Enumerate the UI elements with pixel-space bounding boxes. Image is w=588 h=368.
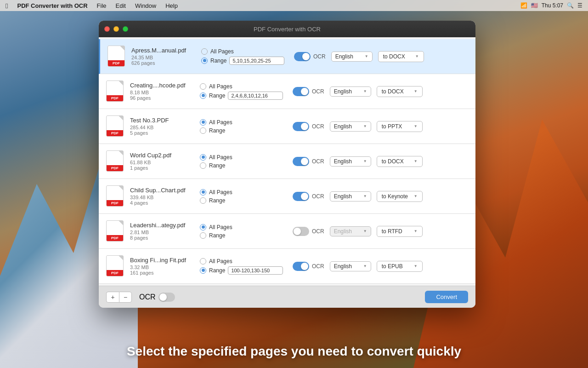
- file-name: Apress.M...anual.pdf: [131, 47, 196, 54]
- ocr-toggle-thumb: [301, 123, 308, 130]
- language-dropdown[interactable]: English ▼: [330, 156, 371, 167]
- ocr-section: OCR: [293, 157, 324, 166]
- range-radio[interactable]: [200, 197, 206, 204]
- language-dropdown-arrow: ▼: [363, 229, 367, 233]
- range-input[interactable]: [229, 57, 284, 65]
- range-label: Range: [210, 58, 226, 64]
- language-value: English: [335, 53, 353, 60]
- file-size: 339.48 KB: [130, 195, 194, 200]
- menubar-file[interactable]: File: [93, 0, 110, 11]
- range-input[interactable]: [228, 92, 283, 100]
- ocr-toggle-thumb: [301, 88, 308, 95]
- file-pages: 626 pages: [131, 60, 196, 66]
- menubar-help[interactable]: Help: [162, 0, 181, 11]
- page-options: All Pages Range: [200, 189, 287, 204]
- language-dropdown[interactable]: English ▼: [330, 261, 371, 271]
- file-size: 8.18 MB: [130, 90, 194, 95]
- language-dropdown[interactable]: English ▼: [331, 52, 373, 62]
- list-icon[interactable]: ☰: [577, 2, 582, 9]
- file-info: Leadershi...ategy.pdf 2.81 MB 8 pages: [130, 222, 194, 241]
- menubar-window[interactable]: Window: [131, 0, 160, 11]
- range-label: Range: [209, 127, 225, 134]
- range-radio[interactable]: [200, 267, 206, 274]
- format-dropdown[interactable]: to PPTX ▼: [377, 121, 423, 132]
- all-pages-radio[interactable]: [200, 224, 206, 230]
- language-value: English: [334, 158, 352, 165]
- remove-file-button[interactable]: −: [119, 292, 132, 303]
- apple-menu-icon[interactable]: : [6, 2, 8, 10]
- all-pages-radio[interactable]: [200, 154, 206, 161]
- page-options: All Pages Range: [200, 119, 287, 134]
- format-dropdown[interactable]: to Keynote ▼: [377, 191, 423, 202]
- all-pages-radio[interactable]: [200, 258, 206, 264]
- language-dropdown[interactable]: English ▼: [330, 86, 371, 97]
- range-radio[interactable]: [200, 92, 206, 99]
- file-row[interactable]: PDF World Cup2.pdf 61.88 KB 1 pages All …: [99, 144, 475, 179]
- ocr-toggle[interactable]: [293, 157, 309, 166]
- ocr-toggle[interactable]: [293, 192, 309, 201]
- ocr-toggle[interactable]: [294, 52, 311, 61]
- menubar-edit[interactable]: Edit: [112, 0, 130, 11]
- format-dropdown[interactable]: to DOCX ▼: [377, 86, 423, 97]
- ocr-toggle-thumb: [302, 53, 310, 60]
- range-radio[interactable]: [200, 162, 206, 169]
- menubar-app-name[interactable]: PDF Converter with OCR: [13, 0, 91, 11]
- flag-icon: 🇺🇸: [531, 2, 538, 9]
- file-row[interactable]: PDF Test No.3.PDF 285.44 KB 5 pages All …: [99, 109, 475, 144]
- file-name: Boxing Fi...ing Fit.pdf: [130, 257, 194, 264]
- all-pages-row: All Pages: [200, 119, 287, 126]
- format-dropdown-arrow: ▼: [414, 89, 418, 93]
- all-pages-label: All Pages: [209, 119, 232, 126]
- file-name: World Cup2.pdf: [130, 152, 194, 159]
- file-row[interactable]: PDF Child Sup...Chart.pdf 339.48 KB 4 pa…: [99, 179, 475, 214]
- minimize-button[interactable]: [113, 26, 119, 32]
- menubar-items: PDF Converter with OCR File Edit Window …: [13, 0, 181, 11]
- traffic-lights: [104, 26, 128, 32]
- format-dropdown[interactable]: to DOCX ▼: [378, 51, 424, 62]
- convert-button[interactable]: Convert: [425, 291, 468, 303]
- file-row[interactable]: PDF Boxing Fi...ing Fit.pdf 3.32 MB 161 …: [99, 249, 475, 284]
- all-pages-radio[interactable]: [201, 48, 208, 55]
- all-pages-label: All Pages: [209, 189, 232, 196]
- ocr-toggle[interactable]: [293, 122, 309, 131]
- language-dropdown[interactable]: English ▼: [330, 226, 371, 236]
- format-dropdown-arrow: ▼: [415, 54, 419, 58]
- global-ocr-toggle[interactable]: [158, 293, 175, 302]
- menubar-time: Thu 5:07: [542, 2, 563, 9]
- all-pages-radio[interactable]: [200, 83, 206, 90]
- titlebar: PDF Converter with OCR: [99, 21, 475, 37]
- format-dropdown[interactable]: to RTFD ▼: [377, 226, 423, 237]
- ocr-section: OCR: [293, 87, 324, 96]
- range-input[interactable]: [228, 266, 283, 275]
- ocr-label: OCR: [312, 263, 324, 270]
- ocr-section: OCR: [293, 192, 324, 201]
- search-icon[interactable]: 🔍: [567, 2, 574, 9]
- ocr-toggle[interactable]: [293, 87, 309, 96]
- file-row[interactable]: PDF Leadershi...ategy.pdf 2.81 MB 8 page…: [99, 214, 475, 249]
- ocr-section: OCR: [293, 122, 324, 131]
- file-pages: 1 pages: [130, 165, 194, 171]
- format-dropdown-arrow: ▼: [414, 229, 418, 233]
- range-radio[interactable]: [201, 58, 208, 64]
- ocr-toggle-thumb: [301, 158, 308, 165]
- language-dropdown[interactable]: English ▼: [330, 121, 371, 132]
- maximize-button[interactable]: [123, 26, 128, 32]
- file-row[interactable]: PDF Apress.M...anual.pdf 24.35 MB 626 pa…: [99, 39, 475, 74]
- language-dropdown[interactable]: English ▼: [330, 191, 371, 201]
- range-radio[interactable]: [200, 232, 206, 239]
- file-icon: PDF: [106, 150, 124, 172]
- range-radio[interactable]: [200, 127, 206, 134]
- all-pages-label: All Pages: [209, 154, 232, 161]
- format-dropdown[interactable]: to DOCX ▼: [377, 156, 423, 167]
- all-pages-radio[interactable]: [200, 119, 206, 126]
- ocr-toggle[interactable]: [293, 227, 309, 236]
- close-button[interactable]: [104, 26, 110, 32]
- all-pages-radio[interactable]: [200, 189, 206, 196]
- ocr-toggle[interactable]: [293, 262, 309, 271]
- page-options: All Pages Range: [200, 258, 287, 275]
- wifi-icon: 📶: [520, 2, 527, 9]
- format-dropdown[interactable]: to EPUB ▼: [377, 261, 423, 272]
- file-row[interactable]: PDF Creating....hcode.pdf 8.18 MB 96 pag…: [99, 74, 475, 109]
- menubar:  PDF Converter with OCR File Edit Windo…: [0, 0, 588, 11]
- add-file-button[interactable]: +: [106, 292, 119, 303]
